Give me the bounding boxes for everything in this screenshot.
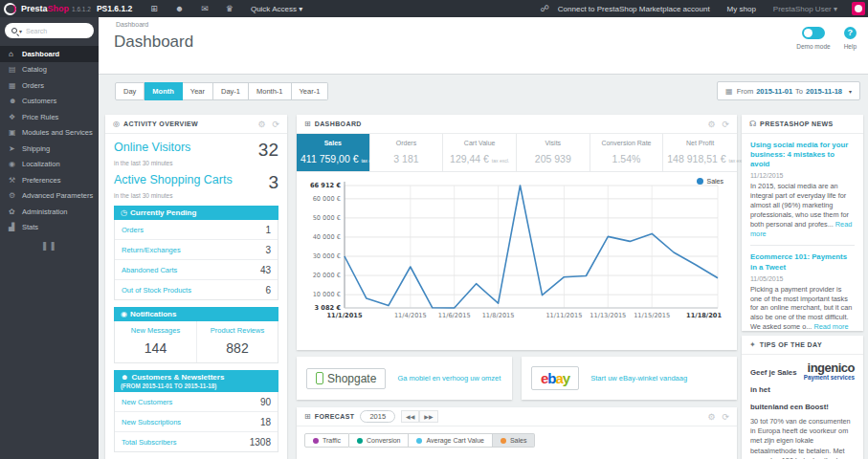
active-carts-link[interactable]: Active Shopping Carts	[114, 173, 233, 186]
return-exchanges-value: 3	[265, 245, 271, 255]
sidebar-item-customers[interactable]: ☻Customers	[0, 94, 99, 110]
bulb-icon: ✦	[749, 340, 756, 349]
refresh-icon[interactable]: ⟳	[272, 120, 279, 129]
marketplace-connect-link[interactable]: Connect to PrestaShop Marketplace accoun…	[558, 5, 710, 13]
user-menu[interactable]: PrestaShop User ▾	[773, 5, 837, 13]
pending-orders-link[interactable]: Orders	[122, 226, 144, 234]
sidebar-item-shipping[interactable]: ➤Shipping	[0, 141, 99, 157]
sidebar-search[interactable]: ▾	[5, 23, 94, 38]
search-icon	[11, 28, 17, 33]
tips-of-the-day-panel: ✦ TIPS OF THE DAY ingenico Payment servi…	[742, 336, 863, 459]
chevron-down-icon: ▾	[849, 88, 852, 95]
sidebar-item-label: Modules and Services	[22, 128, 93, 137]
quick-access-menu[interactable]: Quick Access ▾	[251, 5, 302, 13]
search-input[interactable]	[26, 28, 81, 34]
help-icon[interactable]: ?	[844, 27, 857, 39]
sidebar-item-price-rules[interactable]: ❖Price Rules	[0, 109, 99, 125]
kpi-tab-conversion-rate[interactable]: Conversion Rate 1.54%	[590, 134, 664, 171]
product-reviews-link[interactable]: Product Reviews	[199, 326, 276, 335]
gear-icon[interactable]: ⚙	[707, 120, 715, 129]
read-more-link[interactable]: Read more	[813, 322, 848, 331]
sidebar-item-orders[interactable]: ▦Orders	[0, 77, 99, 94]
kpi-tab-visits[interactable]: Visits 205 939	[517, 134, 590, 171]
toggle-label: Sales	[510, 437, 527, 444]
search-scope-caret-icon[interactable]: ▾	[19, 28, 22, 34]
page-title: Dashboard	[114, 33, 193, 52]
filter-year-minus-1[interactable]: Year-1	[292, 82, 329, 100]
ebay-ad[interactable]: ebay Start uw eBay-winkel vandaag	[522, 357, 737, 400]
sidebar-item-administration[interactable]: ✿Administration	[0, 204, 99, 220]
currently-pending-table: Orders1 Return/Exchanges3 Abandoned Cart…	[114, 220, 278, 300]
refresh-icon[interactable]: ⟳	[722, 120, 729, 129]
article-title-link[interactable]: Ecommerce 101: Payments in a Tweet	[750, 252, 855, 272]
new-messages-link[interactable]: New Messages	[117, 326, 194, 335]
kpi-tab-sales[interactable]: Sales 411 759,00 € tax excl.	[297, 134, 370, 171]
tips-panel-title: TIPS OF THE DAY	[760, 341, 822, 348]
average-cart-value-dot	[416, 438, 422, 444]
filter-day[interactable]: Day	[115, 82, 145, 100]
sidebar-collapse-button[interactable]: ❚❚	[0, 241, 99, 251]
sidebar-item-dashboard[interactable]: ⌂Dashboard	[0, 46, 99, 62]
sidebar-item-advanced-parameters[interactable]: ⚙Advanced Parameters	[0, 188, 99, 205]
new-subscriptions-link[interactable]: New Subscriptions	[122, 418, 181, 426]
ebay-logo: ebay	[531, 366, 579, 390]
forecast-next-button[interactable]: ▶▶	[419, 410, 437, 423]
gear-icon[interactable]: ⚙	[707, 412, 715, 422]
online-visitors-link[interactable]: Online Visitors	[114, 141, 190, 154]
currently-pending-title: Currently Pending	[130, 208, 196, 217]
sidebar-item-localization[interactable]: ◉Localization	[0, 157, 99, 173]
partner-ads: Shopgate Ga mobiel en verhoog uw omzet e…	[297, 357, 737, 400]
return-exchanges-link[interactable]: Return/Exchanges	[122, 246, 181, 254]
table-row: Total Subscribers1308	[115, 432, 278, 451]
table-row: New Subscriptions18	[115, 412, 278, 432]
kpi-label: Cart Value	[447, 140, 512, 146]
demo-mode-label: Demo mode	[796, 43, 830, 50]
shopgate-ad-link[interactable]: Ga mobiel en verhoog uw omzet	[397, 374, 501, 382]
demo-mode-toggle[interactable]: Demo mode	[796, 27, 830, 50]
gear-icon[interactable]: ⚙	[257, 120, 265, 129]
customers-newsletters-table: New Customers90 New Subscriptions18 Tota…	[114, 392, 278, 452]
filter-month-minus-1[interactable]: Month-1	[249, 82, 292, 100]
shopgate-ad[interactable]: Shopgate Ga mobiel en verhoog uw omzet	[297, 357, 512, 400]
user-avatar[interactable]	[852, 2, 865, 15]
kpi-tab-net-profit[interactable]: Net Profit 148 918,51 € tax excl.	[663, 134, 737, 171]
out-of-stock-link[interactable]: Out of Stock Products	[122, 286, 191, 295]
shopgate-wordmark: Shopgate	[327, 372, 376, 385]
toggle-switch[interactable]	[802, 27, 825, 39]
toggle-sales[interactable]: Sales	[493, 433, 536, 448]
customer-icon[interactable]: ☻	[175, 4, 184, 13]
filter-year[interactable]: Year	[183, 82, 213, 100]
my-shop-link[interactable]: My shop	[727, 5, 756, 13]
sidebar-item-preferences[interactable]: ⚒Preferences	[0, 172, 99, 188]
article-title-link[interactable]: Using social media for your business: 4 …	[750, 141, 855, 169]
filter-month[interactable]: Month	[145, 82, 183, 100]
breadcrumb[interactable]: Dashboard	[116, 21, 148, 28]
from-label: From	[737, 87, 754, 96]
kpi-tab-orders[interactable]: Orders 3 181	[370, 134, 444, 171]
toggle-conversion[interactable]: Conversion	[349, 433, 409, 448]
kpi-tab-cart-value[interactable]: Cart Value 129,44 € tax excl.	[443, 134, 517, 171]
shipping-icon: ➤	[9, 144, 22, 153]
filter-day-minus-1[interactable]: Day-1	[213, 82, 249, 100]
sidebar-item-stats[interactable]: ▟Stats	[0, 220, 99, 236]
toggle-average-cart-value[interactable]: Average Cart Value	[409, 433, 492, 448]
sidebar-item-catalog[interactable]: ▤Catalog	[0, 62, 99, 78]
toggle-traffic[interactable]: Traffic	[304, 433, 349, 448]
cart-icon[interactable]: ⊞	[150, 4, 158, 13]
total-subscribers-link[interactable]: Total Subscribers	[122, 438, 177, 447]
clock-icon: ◷	[121, 208, 127, 217]
legend-dot	[697, 178, 703, 185]
to-date: 2015-11-18	[806, 87, 842, 96]
forecast-year[interactable]: 2015	[360, 410, 395, 423]
new-customers-link[interactable]: New Customers	[122, 398, 172, 406]
forecast-prev-button[interactable]: ◀◀	[401, 410, 419, 423]
date-range-picker[interactable]: ▦ From 2015-11-01 To 2015-11-18 ▾	[717, 81, 860, 100]
abandoned-carts-link[interactable]: Abandoned Carts	[122, 266, 177, 274]
sidebar-item-modules[interactable]: ▣Modules and Services	[0, 125, 99, 142]
sidebar-item-label: Advanced Parameters	[22, 191, 93, 200]
help-button[interactable]: ? Help	[844, 27, 857, 50]
trophy-icon[interactable]: ♛	[226, 4, 234, 13]
ebay-ad-link[interactable]: Start uw eBay-winkel vandaag	[590, 374, 687, 382]
mail-icon[interactable]: ✉	[201, 4, 209, 13]
refresh-icon[interactable]: ⟳	[722, 412, 729, 422]
